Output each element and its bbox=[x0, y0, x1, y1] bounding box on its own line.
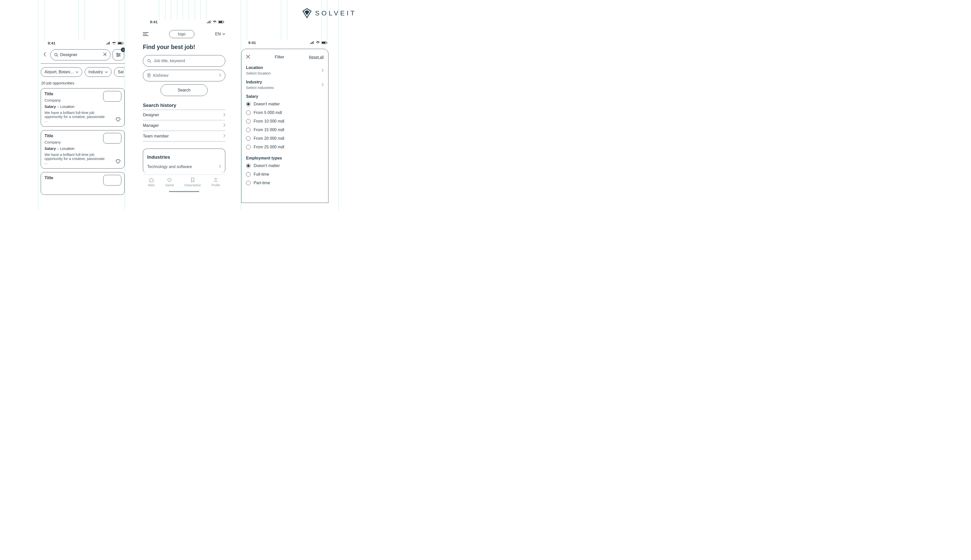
wifi-icon bbox=[213, 20, 217, 23]
status-icons bbox=[207, 20, 224, 23]
history-item-label: Designer bbox=[143, 113, 159, 117]
history-item[interactable]: Team member bbox=[143, 131, 225, 142]
clear-search-button[interactable] bbox=[103, 53, 107, 57]
chevron-right-icon bbox=[219, 73, 221, 78]
reset-all-button[interactable]: Reset all bbox=[309, 55, 324, 59]
salary-option[interactable]: From 25 000 mdl bbox=[246, 143, 324, 152]
chevron-down-icon bbox=[75, 71, 79, 73]
nav-subscription[interactable]: Subscription bbox=[184, 177, 201, 187]
svg-point-4 bbox=[117, 53, 118, 54]
nav-profile[interactable]: Profile bbox=[211, 177, 220, 187]
chevron-right-icon bbox=[322, 67, 324, 73]
search-pill[interactable] bbox=[50, 49, 110, 60]
svg-rect-8 bbox=[219, 21, 222, 23]
nav-saved-label: Saved bbox=[165, 183, 174, 187]
status-time: 9:41 bbox=[150, 20, 157, 24]
history-item-label: Team member bbox=[143, 134, 169, 138]
keyword-field[interactable]: Job title, keyword bbox=[143, 55, 225, 67]
status-icons bbox=[310, 41, 328, 44]
chevron-down-icon bbox=[222, 33, 225, 35]
job-card-desc: We have a brilliant full-time job opport… bbox=[45, 153, 105, 165]
nav-subscription-label: Subscription bbox=[184, 183, 201, 187]
industry-item[interactable]: Technology and software bbox=[147, 162, 221, 173]
user-icon bbox=[213, 177, 218, 182]
close-icon bbox=[103, 53, 107, 56]
svg-point-5 bbox=[119, 54, 120, 55]
logo[interactable]: logo bbox=[169, 30, 194, 38]
search-input[interactable] bbox=[60, 52, 98, 57]
filter-industry-label: Industry bbox=[246, 80, 274, 84]
heart-icon bbox=[115, 159, 121, 164]
battery-icon bbox=[218, 20, 224, 23]
svg-rect-15 bbox=[327, 42, 327, 43]
nav-saved[interactable]: Saved bbox=[165, 177, 174, 187]
location-value: Kishinev bbox=[153, 73, 169, 78]
signal-icon bbox=[207, 20, 211, 23]
results-count: 20 job opportunities bbox=[41, 81, 124, 85]
search-history-title: Search history bbox=[143, 103, 225, 108]
employment-option[interactable]: Full-time bbox=[246, 170, 324, 179]
nav-main[interactable]: Main bbox=[148, 177, 155, 187]
radio-icon bbox=[246, 181, 251, 185]
history-item[interactable]: Designer bbox=[143, 110, 225, 120]
filter-chip[interactable]: Sal bbox=[114, 67, 125, 77]
status-bar: 9:41 bbox=[41, 41, 125, 49]
chevron-right-icon bbox=[219, 165, 221, 169]
radio-icon bbox=[246, 119, 251, 123]
salary-option[interactable]: From 15 000 mdl bbox=[246, 126, 324, 134]
location-field[interactable]: Kishinev bbox=[143, 70, 225, 82]
chevron-right-icon bbox=[223, 123, 225, 128]
save-job-button[interactable] bbox=[115, 117, 121, 123]
status-time: 9:41 bbox=[48, 41, 55, 45]
chevron-right-icon bbox=[223, 133, 225, 139]
home-icon bbox=[149, 177, 154, 182]
battery-icon bbox=[321, 41, 328, 44]
solveit-logo: SOLVEIT bbox=[301, 8, 356, 19]
employment-option-label: Doesn't matter bbox=[254, 163, 280, 168]
search-icon bbox=[54, 53, 58, 57]
job-card-salary-line: Salary – Location bbox=[45, 146, 121, 151]
back-button[interactable] bbox=[41, 52, 48, 58]
radio-icon bbox=[246, 110, 251, 115]
filter-employment-label: Employment types bbox=[246, 156, 324, 160]
save-job-button[interactable] bbox=[115, 159, 121, 165]
salary-option[interactable]: From 20 000 mdl bbox=[246, 134, 324, 143]
employment-option[interactable]: Doesn't matter bbox=[246, 162, 324, 170]
svg-rect-2 bbox=[123, 43, 124, 44]
search-button[interactable]: Search bbox=[160, 84, 207, 96]
filter-sheet: Filter Reset all Location Select locatio… bbox=[241, 49, 328, 203]
job-card[interactable]: TitleCompanySalary – LocationWe have a b… bbox=[41, 88, 125, 127]
keyword-placeholder: Job title, keyword bbox=[154, 58, 185, 63]
status-bar: 9:41 bbox=[241, 40, 328, 49]
signal-icon bbox=[310, 41, 314, 44]
filter-button[interactable]: 1 bbox=[112, 49, 124, 60]
svg-point-3 bbox=[55, 53, 57, 56]
nav-main-label: Main bbox=[148, 183, 155, 187]
close-icon bbox=[246, 55, 250, 58]
filter-location-row[interactable]: Location Select location bbox=[246, 65, 324, 75]
svg-point-12 bbox=[215, 178, 217, 180]
svg-point-11 bbox=[149, 75, 149, 75]
filter-location-label: Location bbox=[246, 65, 271, 70]
salary-option[interactable]: Doesn't matter bbox=[246, 100, 324, 108]
employment-option[interactable]: Part-time bbox=[246, 179, 324, 187]
salary-option[interactable]: From 10 000 mdl bbox=[246, 117, 324, 126]
radio-icon bbox=[246, 128, 251, 132]
chip-label: Sal bbox=[118, 70, 124, 74]
salary-option-label: From 10 000 mdl bbox=[254, 119, 284, 123]
menu-button[interactable] bbox=[143, 32, 149, 36]
job-card[interactable]: TitleCompanySalary – LocationWe have a b… bbox=[41, 130, 125, 168]
salary-option[interactable]: From 5 000 mdl bbox=[246, 108, 324, 117]
filter-industry-row[interactable]: Industry Select industries bbox=[246, 80, 324, 90]
salary-option-label: From 15 000 mdl bbox=[254, 128, 284, 132]
filter-chips: Airport, Botani...IndustrySal bbox=[41, 67, 125, 77]
heart-icon bbox=[167, 177, 172, 182]
history-item[interactable]: Manager bbox=[143, 120, 225, 131]
filter-chip[interactable]: Airport, Botani... bbox=[41, 67, 82, 77]
language-selector[interactable]: EN bbox=[215, 32, 225, 37]
screen-search-results: 9:41 1 bbox=[41, 41, 125, 210]
filter-chip[interactable]: Industry bbox=[85, 67, 112, 77]
close-filter-button[interactable] bbox=[246, 54, 250, 60]
job-card[interactable]: Title bbox=[41, 172, 125, 195]
screen-filter: 9:41 Filter Reset all Location Select lo… bbox=[241, 40, 328, 210]
